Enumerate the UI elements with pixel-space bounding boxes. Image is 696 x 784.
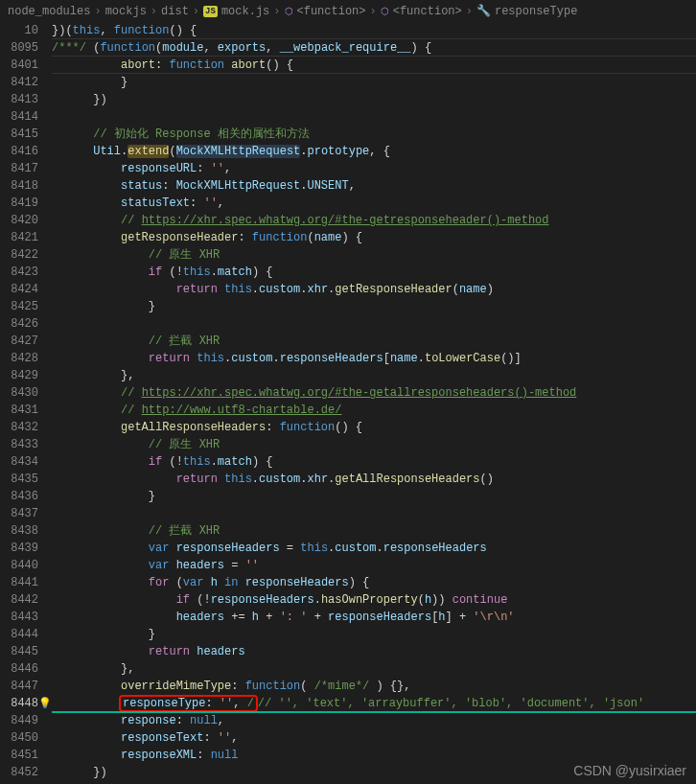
code-line[interactable]: status: MockXMLHttpRequest.UNSENT, xyxy=(52,177,696,195)
code-area[interactable]: })(this, function() { /***/ (function(mo… xyxy=(52,22,696,781)
line-number: 8452 xyxy=(4,764,38,781)
line-number: 8441 xyxy=(4,574,38,591)
editor[interactable]: 10 8095 8401 8412 8413 8414 8415 8416 84… xyxy=(0,22,696,781)
breadcrumb-item[interactable]: <function> xyxy=(297,5,366,18)
js-file-icon: JS xyxy=(203,6,218,17)
line-number: 8415 xyxy=(4,126,38,143)
line-number: 8440 xyxy=(4,557,38,574)
breadcrumb-item[interactable]: mockjs xyxy=(105,5,147,18)
line-number: 8446 xyxy=(4,660,38,678)
chevron-right-icon: › xyxy=(370,5,377,18)
line-number: 8420 xyxy=(4,212,38,229)
property-icon: 🔧 xyxy=(476,4,491,18)
code-line[interactable]: Util.extend(MockXMLHttpRequest.prototype… xyxy=(52,143,696,160)
code-line[interactable]: responseText: '', xyxy=(52,729,696,747)
line-numbers-gutter: 10 8095 8401 8412 8413 8414 8415 8416 84… xyxy=(0,22,52,781)
code-line[interactable]: // 原生 XHR xyxy=(52,246,696,264)
code-line[interactable]: } xyxy=(52,488,696,505)
code-line[interactable]: overrideMimeType: function( /*mime*/ ) {… xyxy=(52,678,696,695)
line-number: 8413 xyxy=(4,91,38,108)
line-number: 8425 xyxy=(4,298,38,315)
line-number: 8418 xyxy=(4,177,38,195)
code-line[interactable]: return this.custom.xhr.getResponseHeader… xyxy=(52,281,696,298)
code-line[interactable]: abort: function abort() { xyxy=(52,57,696,74)
code-line[interactable]: var responseHeaders = this.custom.respon… xyxy=(52,540,696,557)
line-number: 8426 xyxy=(4,315,38,333)
code-line[interactable]: getResponseHeader: function(name) { xyxy=(52,229,696,246)
code-line[interactable] xyxy=(52,108,696,126)
line-number: 8412 xyxy=(4,74,38,91)
line-number: 8416 xyxy=(4,143,38,160)
code-line[interactable]: }, xyxy=(52,367,696,384)
code-line[interactable]: // https://xhr.spec.whatwg.org/#the-getr… xyxy=(52,212,696,229)
line-number: 8414 xyxy=(4,108,38,126)
code-line[interactable]: if (!responseHeaders.hasOwnProperty(h)) … xyxy=(52,591,696,609)
watermark: CSDN @yusirxiaer xyxy=(573,763,686,778)
breadcrumb-item[interactable]: mock.js xyxy=(221,5,269,18)
line-number: 8428 xyxy=(4,350,38,367)
code-line[interactable]: response: null, xyxy=(52,712,696,729)
line-number: 8434 xyxy=(4,453,38,471)
code-line[interactable]: /***/ (function(module, exports, __webpa… xyxy=(52,39,696,57)
line-number: 8444 xyxy=(4,626,38,643)
code-line[interactable]: if (!this.match) { xyxy=(52,264,696,281)
line-number: 8429 xyxy=(4,367,38,384)
chevron-right-icon: › xyxy=(193,5,199,18)
code-line[interactable]: responseURL: '', xyxy=(52,160,696,177)
code-line[interactable]: if (!this.match) { xyxy=(52,453,696,471)
code-line[interactable]: getAllResponseHeaders: function() { xyxy=(52,419,696,436)
code-line-active[interactable]: 💡 responseType: '', /// '', 'text', 'arr… xyxy=(52,695,696,712)
breadcrumbs[interactable]: node_modules › mockjs › dist › JS mock.j… xyxy=(0,0,696,22)
breadcrumb-item[interactable]: <function> xyxy=(393,5,462,18)
line-number: 8401 xyxy=(4,57,38,74)
code-line[interactable]: statusText: '', xyxy=(52,195,696,212)
code-line[interactable]: for (var h in responseHeaders) { xyxy=(52,574,696,591)
chevron-right-icon: › xyxy=(94,5,101,18)
code-line[interactable]: var headers = '' xyxy=(52,557,696,574)
code-line[interactable]: headers += h + ': ' + responseHeaders[h]… xyxy=(52,609,696,626)
code-line[interactable]: } xyxy=(52,74,696,91)
line-number: 8433 xyxy=(4,436,38,453)
code-line[interactable]: // 原生 XHR xyxy=(52,436,696,453)
line-number: 8431 xyxy=(4,402,38,419)
line-number: 8430 xyxy=(4,384,38,402)
line-number: 8422 xyxy=(4,246,38,264)
code-line[interactable]: return headers xyxy=(52,643,696,660)
code-line[interactable]: return this.custom.responseHeaders[name.… xyxy=(52,350,696,367)
code-line[interactable]: // https://xhr.spec.whatwg.org/#the-geta… xyxy=(52,384,696,402)
highlight-box: responseType: '', / xyxy=(119,695,258,712)
function-icon: ⬡ xyxy=(285,6,293,17)
code-line[interactable] xyxy=(52,315,696,333)
breadcrumb-item[interactable]: dist xyxy=(161,5,189,18)
code-line[interactable]: }, xyxy=(52,660,696,678)
line-number: 8438 xyxy=(4,522,38,540)
line-number: 8095 xyxy=(4,39,38,57)
lightbulb-icon[interactable]: 💡 xyxy=(38,695,52,712)
chevron-right-icon: › xyxy=(151,5,157,18)
line-number: 8450 xyxy=(4,729,38,747)
breadcrumb-item[interactable]: node_modules xyxy=(8,5,90,18)
code-line[interactable]: } xyxy=(52,626,696,643)
line-number: 10 xyxy=(4,22,38,39)
code-line[interactable] xyxy=(52,505,696,522)
code-line[interactable]: }) xyxy=(52,91,696,108)
breadcrumb-item[interactable]: responseType xyxy=(495,5,577,18)
line-number: 8421 xyxy=(4,229,38,246)
code-line[interactable]: } xyxy=(52,298,696,315)
code-line[interactable]: // 初始化 Response 相关的属性和方法 xyxy=(52,126,696,143)
line-number: 8437 xyxy=(4,505,38,522)
line-number: 8449 xyxy=(4,712,38,729)
line-number: 8447 xyxy=(4,678,38,695)
code-line[interactable]: })(this, function() { xyxy=(52,22,696,39)
chevron-right-icon: › xyxy=(273,5,280,18)
line-number: 8435 xyxy=(4,471,38,488)
line-number: 8423 xyxy=(4,264,38,281)
code-line[interactable]: // http://www.utf8-chartable.de/ xyxy=(52,402,696,419)
code-line[interactable]: return this.custom.xhr.getAllResponseHea… xyxy=(52,471,696,488)
line-number: 8419 xyxy=(4,195,38,212)
code-line[interactable]: // 拦截 XHR xyxy=(52,522,696,540)
line-number: 8445 xyxy=(4,643,38,660)
code-line[interactable]: // 拦截 XHR xyxy=(52,333,696,350)
line-number: 8436 xyxy=(4,488,38,505)
code-line[interactable]: responseXML: null xyxy=(52,747,696,764)
